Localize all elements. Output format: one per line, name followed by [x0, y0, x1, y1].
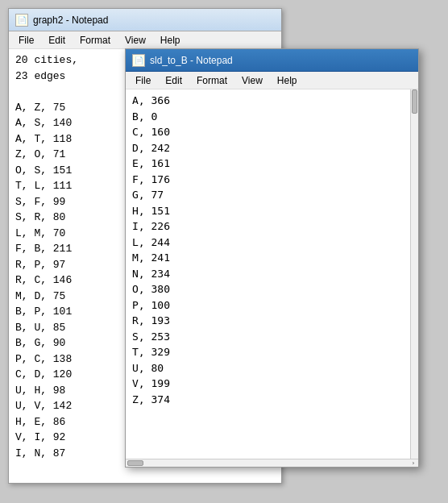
- menu-file-sld[interactable]: File: [129, 73, 157, 88]
- hscroll-thumb-sld[interactable]: [127, 460, 143, 466]
- hscroll-arrow-sld: ›: [410, 460, 417, 466]
- horizontal-scrollbar-sld[interactable]: ›: [126, 459, 418, 467]
- menu-view-graph2[interactable]: View: [118, 33, 152, 48]
- text-content-sld: A, 366 B, 0 C, 160 D, 242 E, 161 F, 176 …: [126, 89, 410, 459]
- scroll-thumb-sld[interactable]: [412, 89, 417, 114]
- menu-help-graph2[interactable]: Help: [154, 33, 187, 48]
- menu-file-graph2[interactable]: File: [12, 33, 40, 48]
- menu-format-graph2[interactable]: Format: [73, 33, 117, 48]
- title-graph2: graph2 - Notepad: [33, 15, 108, 26]
- scrollbar-area-sld: A, 366 B, 0 C, 160 D, 242 E, 161 F, 176 …: [126, 89, 418, 459]
- title-bar-graph2: 📄 graph2 - Notepad: [9, 9, 281, 31]
- menu-bar-sld: File Edit Format View Help: [126, 72, 418, 89]
- notepad-icon-sld: 📄: [132, 54, 145, 67]
- menu-bar-graph2: File Edit Format View Help: [9, 31, 281, 49]
- menu-help-sld[interactable]: Help: [271, 73, 304, 88]
- menu-format-sld[interactable]: Format: [190, 73, 234, 88]
- title-bar-sld: 📄 sld_to_B - Notepad: [126, 49, 418, 72]
- window-sld-to-b: 📄 sld_to_B - Notepad File Edit Format Vi…: [125, 48, 419, 468]
- notepad-icon-graph2: 📄: [15, 14, 28, 27]
- text-pre-sld: A, 366 B, 0 C, 160 D, 242 E, 161 F, 176 …: [132, 93, 404, 407]
- menu-edit-graph2[interactable]: Edit: [42, 33, 72, 48]
- title-sld: sld_to_B - Notepad: [150, 55, 233, 66]
- vertical-scrollbar-sld[interactable]: [410, 89, 418, 459]
- menu-edit-sld[interactable]: Edit: [159, 73, 189, 88]
- menu-view-sld[interactable]: View: [235, 73, 269, 88]
